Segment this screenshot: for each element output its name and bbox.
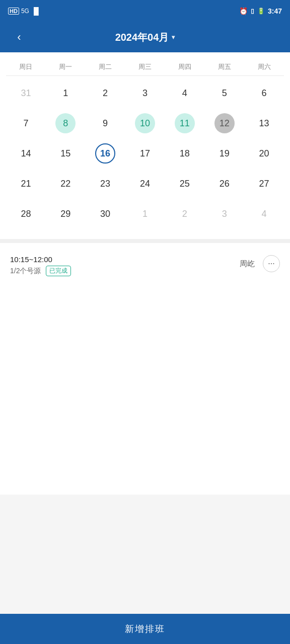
- day-inner: 2: [95, 83, 115, 103]
- event-more-button[interactable]: ···: [263, 255, 280, 272]
- event-meta: 1/2个号源 已完成: [10, 266, 71, 276]
- day-cell-4-0[interactable]: 28: [6, 199, 46, 229]
- day-inner: 3: [214, 204, 235, 224]
- day-cell-0-5[interactable]: 5: [204, 78, 244, 108]
- event-left: 10:15~12:00 1/2个号源 已完成: [10, 255, 71, 276]
- day-inner: 16: [95, 143, 115, 164]
- bottom-bar[interactable]: 新增排班: [0, 614, 290, 644]
- dropdown-arrow: ▾: [172, 34, 175, 41]
- add-schedule-button: 新增排班: [125, 623, 165, 635]
- day-inner: 4: [254, 204, 274, 224]
- empty-area: [0, 288, 290, 490]
- day-cell-3-6[interactable]: 27: [244, 169, 284, 199]
- day-inner: 1: [135, 204, 155, 224]
- event-right: 周屹 ···: [240, 255, 280, 272]
- network-icon: 5G: [21, 8, 29, 15]
- day-inner: 14: [16, 143, 36, 164]
- weekday-sun: 周日: [6, 60, 46, 73]
- day-inner: 23: [95, 174, 115, 194]
- signal-icon: ▐▌: [31, 7, 41, 15]
- day-cell-4-4[interactable]: 2: [165, 199, 204, 229]
- event-person: 周屹: [240, 259, 255, 269]
- day-inner: 13: [254, 113, 274, 133]
- day-cell-2-4[interactable]: 18: [165, 138, 204, 169]
- day-cell-3-4[interactable]: 25: [165, 169, 204, 199]
- alarm-icon: ⏰: [239, 7, 248, 15]
- event-source: 1/2个号源: [10, 267, 41, 276]
- day-cell-4-5[interactable]: 3: [204, 199, 244, 229]
- weekday-row: 周日 周一 周二 周三 周四 周五 周六: [0, 56, 290, 75]
- day-inner: 11: [175, 113, 195, 133]
- event-badge: 已完成: [46, 266, 71, 276]
- day-cell-4-1[interactable]: 29: [46, 199, 86, 229]
- month-year-label: 2024年04月: [115, 31, 169, 44]
- day-inner: 29: [55, 204, 76, 224]
- day-cell-4-6[interactable]: 4: [244, 199, 284, 229]
- weekday-tue: 周二: [86, 60, 125, 73]
- day-inner: 28: [16, 204, 36, 224]
- day-inner: 9: [95, 113, 115, 133]
- day-inner: 7: [16, 113, 36, 133]
- day-cell-2-3[interactable]: 17: [125, 138, 165, 169]
- battery-icon: 🔋: [257, 8, 265, 15]
- day-inner: 31: [16, 83, 36, 103]
- weekday-fri: 周五: [204, 60, 244, 73]
- day-inner: 12: [214, 113, 235, 133]
- day-cell-1-2[interactable]: 9: [86, 108, 125, 138]
- weekday-mon: 周一: [46, 60, 86, 73]
- day-cell-1-4[interactable]: 11: [165, 108, 204, 138]
- day-cell-1-1[interactable]: 8: [46, 108, 86, 138]
- day-inner: 10: [135, 113, 155, 133]
- vibrate-icon: ▯: [251, 8, 254, 15]
- day-cell-2-0[interactable]: 14: [6, 138, 46, 169]
- day-cell-0-6[interactable]: 6: [244, 78, 284, 108]
- day-cell-1-0[interactable]: 7: [6, 108, 46, 138]
- day-cell-3-5[interactable]: 26: [204, 169, 244, 199]
- day-cell-1-3[interactable]: 10: [125, 108, 165, 138]
- day-inner: 26: [214, 174, 235, 194]
- day-cell-0-1[interactable]: 1: [46, 78, 86, 108]
- main-content: 10:15~12:00 1/2个号源 已完成 周屹 ···: [0, 243, 290, 495]
- day-inner: 17: [135, 143, 155, 164]
- day-inner: 25: [175, 174, 195, 194]
- day-inner: 6: [254, 83, 274, 103]
- weekday-thu: 周四: [165, 60, 204, 73]
- status-bar: HD 5G ▐▌ ⏰ ▯ 🔋 3:47: [0, 0, 290, 22]
- day-cell-1-5[interactable]: 12: [204, 108, 244, 138]
- back-button[interactable]: ‹: [10, 28, 28, 46]
- day-cell-4-3[interactable]: 1: [125, 199, 165, 229]
- day-inner: 21: [16, 174, 36, 194]
- day-inner: 2: [175, 204, 195, 224]
- status-right: ⏰ ▯ 🔋 3:47: [239, 7, 282, 15]
- day-cell-1-6[interactable]: 13: [244, 108, 284, 138]
- day-cell-2-6[interactable]: 20: [244, 138, 284, 169]
- day-cell-0-0[interactable]: 31: [6, 78, 46, 108]
- status-left: HD 5G ▐▌: [8, 7, 41, 15]
- day-cell-3-0[interactable]: 21: [6, 169, 46, 199]
- day-cell-3-1[interactable]: 22: [46, 169, 86, 199]
- day-cell-3-2[interactable]: 23: [86, 169, 125, 199]
- header-title[interactable]: 2024年04月 ▾: [115, 31, 175, 44]
- day-cell-0-3[interactable]: 3: [125, 78, 165, 108]
- calendar-header: ‹ 2024年04月 ▾: [0, 22, 290, 52]
- day-cell-2-2[interactable]: 16: [86, 138, 125, 169]
- day-cell-0-4[interactable]: 4: [165, 78, 204, 108]
- day-cell-3-3[interactable]: 24: [125, 169, 165, 199]
- day-inner: 30: [95, 204, 115, 224]
- day-inner: 5: [214, 83, 235, 103]
- section-divider: [0, 239, 290, 243]
- event-time: 10:15~12:00: [10, 255, 71, 264]
- day-cell-2-5[interactable]: 19: [204, 138, 244, 169]
- day-inner: 3: [135, 83, 155, 103]
- day-inner: 4: [175, 83, 195, 103]
- day-inner: 18: [175, 143, 195, 164]
- days-grid: 3112345678910111213141516171819202122232…: [0, 76, 290, 231]
- event-item: 10:15~12:00 1/2个号源 已完成 周屹 ···: [10, 251, 280, 280]
- day-cell-4-2[interactable]: 30: [86, 199, 125, 229]
- day-inner: 27: [254, 174, 274, 194]
- hd-icon: HD: [8, 8, 19, 15]
- weekday-sat: 周六: [244, 60, 284, 73]
- day-cell-2-1[interactable]: 15: [46, 138, 86, 169]
- event-section: 10:15~12:00 1/2个号源 已完成 周屹 ···: [0, 243, 290, 288]
- day-cell-0-2[interactable]: 2: [86, 78, 125, 108]
